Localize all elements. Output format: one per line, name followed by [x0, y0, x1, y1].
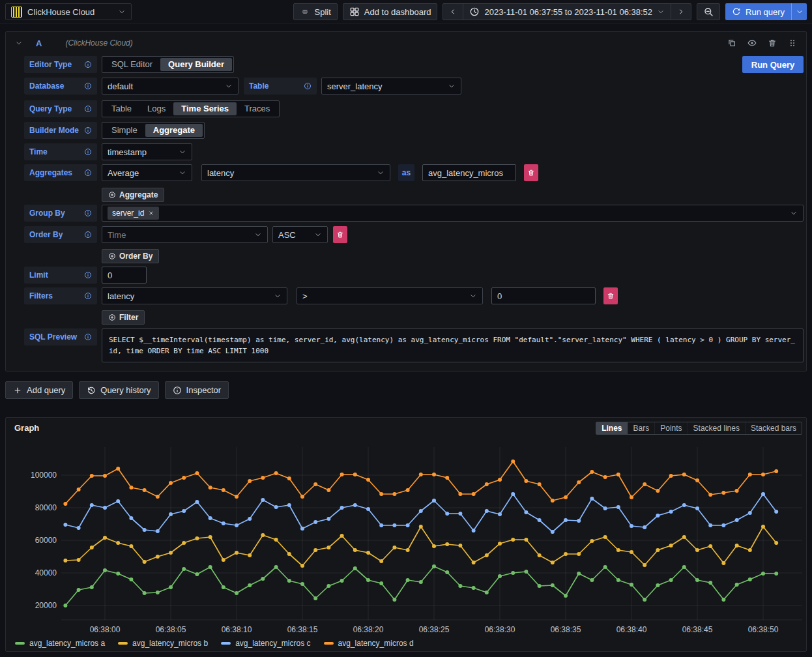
chevron-down-icon: [657, 8, 665, 16]
add-order-by-button[interactable]: Order By: [102, 249, 159, 263]
toggle-visibility-eye-icon[interactable]: [747, 38, 757, 48]
zoom-out-button[interactable]: [697, 3, 720, 20]
table-select[interactable]: server_latency: [321, 78, 461, 95]
series-point: [182, 567, 186, 571]
add-aggregate-button[interactable]: Aggregate: [102, 188, 164, 202]
legend-item-avg_latency_micros-d[interactable]: avg_latency_micros d: [324, 639, 414, 648]
time-column-select[interactable]: timestamp: [102, 143, 192, 160]
series-point: [379, 581, 383, 585]
series-point: [735, 489, 739, 493]
drag-handle-grip-icon[interactable]: [788, 38, 797, 48]
series-point: [590, 497, 594, 501]
option-simple[interactable]: Simple: [104, 124, 145, 137]
group-by-chip-server_id[interactable]: server_id: [108, 207, 159, 220]
aggregates-label: Aggregates: [24, 164, 97, 181]
series-point: [287, 503, 291, 507]
info-icon: [84, 148, 92, 156]
option-query-builder[interactable]: Query Builder: [160, 58, 232, 71]
option-logs[interactable]: Logs: [139, 102, 173, 115]
series-point: [761, 572, 765, 576]
option-table[interactable]: Table: [104, 102, 139, 115]
filter-value-input[interactable]: [491, 287, 596, 304]
run-query-dropdown[interactable]: [791, 3, 807, 20]
series-point: [77, 558, 81, 562]
trash-icon: [607, 292, 615, 300]
series-point: [419, 525, 423, 529]
legend-label: avg_latency_micros a: [29, 639, 105, 648]
series-point: [209, 486, 212, 489]
time-shift-forward-button[interactable]: [671, 3, 691, 20]
chevron-down-icon: [790, 209, 798, 217]
series-point: [129, 486, 133, 489]
delete-query-trash-icon[interactable]: [768, 38, 777, 48]
split-button[interactable]: Split: [293, 3, 338, 20]
series-point: [103, 568, 107, 572]
series-point: [300, 527, 304, 531]
series-point: [603, 535, 607, 539]
series-point: [274, 505, 278, 509]
group-by-multiselect[interactable]: server_id: [102, 205, 804, 222]
option-aggregate[interactable]: Aggregate: [145, 124, 203, 137]
database-select[interactable]: default: [102, 78, 239, 95]
remove-tag-x-icon[interactable]: [148, 210, 154, 216]
order-by-field-select[interactable]: Time: [102, 226, 268, 243]
legend-item-avg_latency_micros-a[interactable]: avg_latency_micros a: [15, 639, 105, 648]
x-axis-tick-label: 06:38:40: [616, 625, 647, 634]
y-axis-tick-label: 100000: [31, 471, 57, 480]
query-history-button[interactable]: Query history: [79, 381, 158, 399]
series-point: [274, 538, 278, 542]
series-point: [498, 542, 502, 546]
graph-mode-stacked-bars[interactable]: Stacked bars: [745, 422, 802, 434]
time-shift-back-button[interactable]: [442, 3, 463, 20]
collapse-chevron-icon[interactable]: [15, 39, 23, 47]
graph-mode-points[interactable]: Points: [654, 422, 687, 434]
time-range-picker[interactable]: 2023-11-01 06:37:55 to 2023-11-01 06:38:…: [463, 3, 671, 20]
legend-item-avg_latency_micros-b[interactable]: avg_latency_micros b: [118, 639, 208, 648]
aggregate-alias-input[interactable]: [422, 164, 516, 181]
add-to-dashboard-button[interactable]: Add to dashboard: [343, 3, 438, 20]
plus-circle-icon: [108, 314, 116, 321]
graph-mode-lines[interactable]: Lines: [596, 422, 627, 434]
series-point: [222, 488, 225, 492]
filter-operator-select[interactable]: >: [297, 287, 483, 304]
x-axis-tick-label: 06:38:50: [748, 625, 779, 634]
remove-aggregate-button[interactable]: [524, 164, 538, 181]
filter-column-select[interactable]: latency: [102, 287, 287, 304]
aggregate-function-select[interactable]: Average: [102, 164, 192, 181]
run-query-inline-button[interactable]: Run Query: [742, 56, 804, 73]
add-filter-button[interactable]: Filter: [102, 310, 145, 325]
option-sql-editor[interactable]: SQL Editor: [104, 58, 160, 71]
series-point: [708, 581, 712, 585]
history-icon: [87, 386, 96, 395]
builder-mode-radio-group: SimpleAggregate: [102, 122, 205, 139]
aggregate-column-select[interactable]: latency: [201, 164, 390, 181]
limit-input[interactable]: [102, 267, 147, 284]
series-point: [366, 507, 370, 511]
time-series-chart[interactable]: 06:38:0006:38:0506:38:1006:38:1506:38:20…: [6, 441, 806, 637]
remove-order-by-button[interactable]: [333, 226, 347, 243]
series-point: [669, 544, 673, 548]
legend-item-avg_latency_micros-c[interactable]: avg_latency_micros c: [221, 639, 310, 648]
series-point: [222, 521, 225, 525]
series-point: [274, 565, 278, 569]
remove-filter-button[interactable]: [603, 287, 618, 304]
datasource-picker[interactable]: ClickHouse Cloud: [5, 3, 132, 20]
graph-mode-stacked-lines[interactable]: Stacked lines: [688, 422, 745, 434]
series-point: [392, 546, 396, 549]
legend-swatch: [15, 642, 25, 645]
option-time-series[interactable]: Time Series: [173, 102, 237, 115]
series-point: [326, 546, 330, 549]
order-by-direction-select[interactable]: ASC: [272, 226, 328, 243]
series-point: [498, 512, 502, 516]
duplicate-query-icon[interactable]: [727, 38, 736, 48]
series-point: [643, 525, 646, 529]
add-query-button[interactable]: Add query: [5, 381, 73, 399]
series-point: [379, 492, 383, 496]
inspector-button[interactable]: Inspector: [165, 381, 229, 399]
info-icon: [84, 209, 92, 217]
graph-mode-bars[interactable]: Bars: [628, 422, 655, 434]
time-column-label: Time: [24, 143, 97, 160]
series-point: [326, 517, 330, 521]
option-traces[interactable]: Traces: [237, 102, 278, 115]
run-query-button[interactable]: Run query: [725, 3, 791, 20]
